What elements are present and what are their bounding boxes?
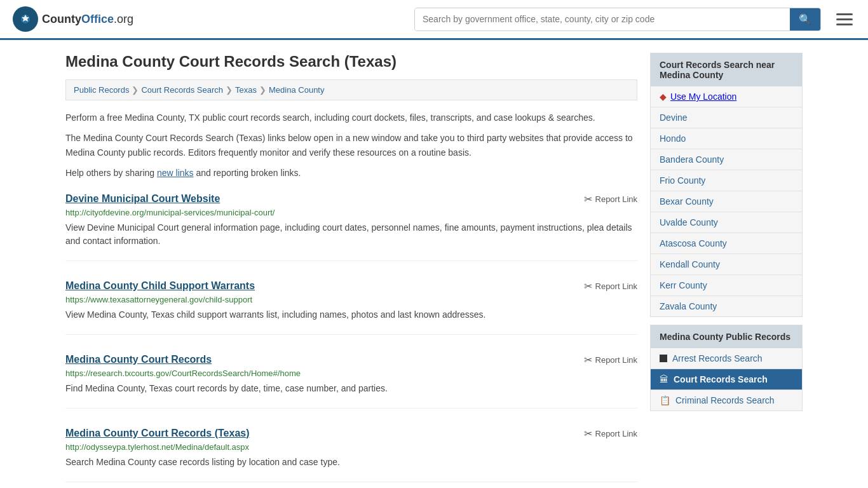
nearby-list-item: Zavala County bbox=[651, 296, 802, 316]
site-header: CountyOffice.org 🔍 bbox=[0, 0, 868, 40]
result-title-2[interactable]: Medina County Court Records bbox=[65, 354, 212, 365]
result-title-3[interactable]: Medina County Court Records (Texas) bbox=[65, 428, 250, 439]
nearby-link-5[interactable]: Uvalde County bbox=[651, 212, 802, 233]
main-container: Medina County Court Records Search (Texa… bbox=[53, 40, 815, 488]
report-link-button-1[interactable]: ✂ Report Link bbox=[584, 280, 637, 292]
result-header: Devine Municipal Court Website ✂ Report … bbox=[65, 193, 637, 205]
nearby-list-item: Kendall County bbox=[651, 254, 802, 275]
search-icon: 🔍 bbox=[799, 14, 811, 25]
broken-link-icon: ✂ bbox=[584, 354, 592, 366]
nearby-link-0[interactable]: Devine bbox=[651, 107, 802, 128]
breadcrumb-sep: ❯ bbox=[132, 85, 139, 95]
record-type-icon bbox=[660, 355, 667, 362]
public-records-section: Medina County Public Records Arrest Reco… bbox=[650, 325, 803, 411]
search-input[interactable] bbox=[415, 8, 790, 30]
result-item: Devine Municipal Court Website ✂ Report … bbox=[65, 193, 637, 261]
result-desc-2: Find Medina County, Texas court records … bbox=[65, 382, 637, 395]
nearby-section: Court Records Search near Medina County … bbox=[650, 53, 803, 317]
nearby-list-item: Uvalde County bbox=[651, 212, 802, 233]
menu-button[interactable] bbox=[834, 11, 855, 28]
nearby-link-4[interactable]: Bexar County bbox=[651, 191, 802, 212]
breadcrumb-medina[interactable]: Medina County bbox=[269, 85, 324, 95]
broken-link-icon: ✂ bbox=[584, 193, 592, 205]
broken-link-icon: ✂ bbox=[584, 428, 592, 440]
breadcrumb: Public Records ❯ Court Records Search ❯ … bbox=[65, 79, 637, 100]
site-logo[interactable]: CountyOffice.org bbox=[13, 6, 133, 32]
nearby-link-6[interactable]: Atascosa County bbox=[651, 233, 802, 254]
nearby-links-list: DevineHondoBandera CountyFrio CountyBexa… bbox=[651, 107, 802, 316]
result-url-1[interactable]: https://www.texasattorneygeneral.gov/chi… bbox=[65, 295, 637, 304]
hamburger-line bbox=[836, 18, 853, 20]
result-desc-0: View Devine Municipal Court general info… bbox=[65, 221, 637, 248]
content-area: Medina County Court Records Search (Texa… bbox=[65, 53, 637, 488]
nearby-title: Court Records Search near Medina County bbox=[651, 53, 802, 86]
nearby-list-item: Atascosa County bbox=[651, 233, 802, 254]
search-bar: 🔍 bbox=[414, 8, 821, 31]
breadcrumb-sep: ❯ bbox=[226, 85, 233, 95]
nearby-link-9[interactable]: Zavala County bbox=[651, 296, 802, 316]
breadcrumb-sep: ❯ bbox=[259, 85, 266, 95]
public-records-title: Medina County Public Records bbox=[651, 325, 802, 348]
nearby-list-item: Bandera County bbox=[651, 149, 802, 170]
result-item: Medina County Court Records (Texas) ✂ Re… bbox=[65, 428, 637, 482]
public-records-list-item: Arrest Records Search bbox=[651, 348, 802, 369]
report-link-button-2[interactable]: ✂ Report Link bbox=[584, 354, 637, 366]
nearby-list-item: Kerr County bbox=[651, 275, 802, 296]
result-header: Medina County Child Support Warrants ✂ R… bbox=[65, 280, 637, 292]
nearby-link-7[interactable]: Kendall County bbox=[651, 254, 802, 274]
nearby-link-1[interactable]: Hondo bbox=[651, 128, 802, 149]
result-desc-3: Search Medina County case records listin… bbox=[65, 456, 637, 469]
nearby-list-item: Bexar County bbox=[651, 191, 802, 212]
hamburger-line bbox=[836, 24, 853, 25]
result-header: Medina County Court Records (Texas) ✂ Re… bbox=[65, 428, 637, 440]
new-links-link[interactable]: new links bbox=[157, 168, 194, 178]
result-title-0[interactable]: Devine Municipal Court Website bbox=[65, 193, 220, 205]
page-title: Medina County Court Records Search (Texa… bbox=[65, 53, 637, 71]
description-3: Help others by sharing new links and rep… bbox=[65, 166, 637, 180]
results-list: Devine Municipal Court Website ✂ Report … bbox=[65, 193, 637, 488]
result-title-1[interactable]: Medina County Child Support Warrants bbox=[65, 280, 255, 292]
report-link-button-0[interactable]: ✂ Report Link bbox=[584, 193, 637, 205]
nearby-list-item: Frio County bbox=[651, 170, 802, 191]
search-button[interactable]: 🔍 bbox=[790, 8, 820, 30]
description-1: Perform a free Medina County, TX public … bbox=[65, 111, 637, 125]
record-type-icon: 🏛 bbox=[660, 374, 668, 384]
nearby-link-2[interactable]: Bandera County bbox=[651, 149, 802, 170]
public-records-list-item: 📋Criminal Records Search bbox=[651, 390, 802, 410]
result-url-0[interactable]: http://cityofdevine.org/municipal-servic… bbox=[65, 208, 637, 217]
result-header: Medina County Court Records ✂ Report Lin… bbox=[65, 354, 637, 366]
public-records-link-1[interactable]: Court Records Search bbox=[674, 374, 768, 384]
description-2: The Medina County Court Records Search (… bbox=[65, 131, 637, 159]
public-records-links-list: Arrest Records Search🏛Court Records Sear… bbox=[651, 348, 802, 410]
result-url-3[interactable]: http://odysseypa.tylerhost.net/Medina/de… bbox=[65, 442, 637, 452]
logo-icon bbox=[13, 6, 38, 32]
breadcrumb-court-records[interactable]: Court Records Search bbox=[141, 85, 223, 95]
hamburger-line bbox=[836, 13, 853, 15]
public-records-link-2[interactable]: Criminal Records Search bbox=[675, 395, 775, 405]
result-item: Medina County Child Support Warrants ✂ R… bbox=[65, 280, 637, 335]
public-records-link-0[interactable]: Arrest Records Search bbox=[672, 353, 763, 363]
sidebar: Court Records Search near Medina County … bbox=[650, 53, 803, 488]
nearby-list-item: Hondo bbox=[651, 128, 802, 149]
broken-link-icon: ✂ bbox=[584, 280, 592, 292]
record-type-icon: 📋 bbox=[660, 395, 670, 405]
result-item: Medina County Court Records ✂ Report Lin… bbox=[65, 354, 637, 409]
result-desc-1: View Medina County, Texas child support … bbox=[65, 308, 637, 322]
nearby-list-item: Devine bbox=[651, 107, 802, 128]
use-my-location-item: ◆ Use My Location bbox=[651, 86, 802, 107]
breadcrumb-texas[interactable]: Texas bbox=[235, 85, 257, 95]
public-records-list-item: 🏛Court Records Search bbox=[651, 369, 802, 390]
report-link-button-3[interactable]: ✂ Report Link bbox=[584, 428, 637, 440]
nearby-link-8[interactable]: Kerr County bbox=[651, 275, 802, 295]
location-icon: ◆ bbox=[660, 92, 667, 102]
result-url-2[interactable]: https://research.txcourts.gov/CourtRecor… bbox=[65, 369, 637, 378]
nearby-link-3[interactable]: Frio County bbox=[651, 170, 802, 191]
logo-text: CountyOffice.org bbox=[42, 13, 133, 26]
breadcrumb-public-records[interactable]: Public Records bbox=[74, 85, 129, 95]
use-my-location-link[interactable]: Use My Location bbox=[670, 92, 736, 102]
